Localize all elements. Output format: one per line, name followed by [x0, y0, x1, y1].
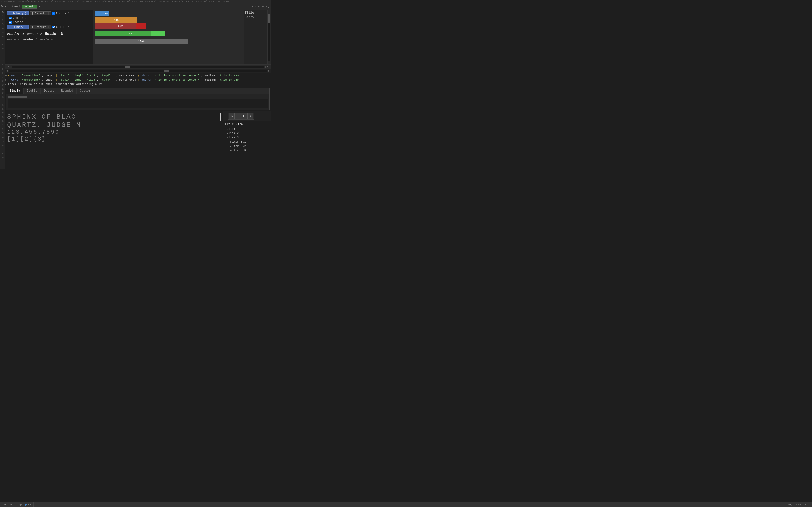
tab-section: Single Double Dotted Rounded Custom	[6, 88, 270, 110]
tree-item-3-1[interactable]: ▶ Item 3.1	[225, 140, 269, 144]
choice-1-label: Choice 1	[56, 12, 70, 15]
tree-item-1-label: Item 1	[228, 127, 238, 131]
primary-btn-4[interactable]: [ Primary ]	[7, 25, 29, 29]
code-arrow-1[interactable]: ▶	[5, 73, 7, 78]
tab-dotted[interactable]: Dotted	[41, 88, 58, 94]
tree-item-3-2-label: Item 3.2	[232, 145, 246, 148]
code-line-2: ▶ { word: 'something' , tags: [ 'tag1', …	[5, 78, 271, 82]
hscroll-track-1[interactable]	[12, 66, 264, 68]
header-4: Header 4	[7, 38, 20, 41]
story-label: Story	[261, 5, 269, 8]
tree-item-1[interactable]: ▶ Item 1	[225, 127, 269, 131]
bar-1-label: 15%	[103, 12, 108, 15]
choice-row-2: Choice 2	[7, 16, 91, 20]
chart-bar-5: 100%	[95, 39, 242, 44]
hscroll-thumb-2[interactable]	[164, 70, 169, 72]
header-1: Header 1	[7, 32, 24, 36]
bold-button[interactable]: B	[229, 113, 234, 119]
tree-item-3-3[interactable]: ▶ Item 3.3	[225, 148, 269, 153]
editor-toolbar: B I U S	[228, 113, 254, 120]
font-line-4: [1][2]{3}	[7, 136, 221, 143]
font-display: SPHINX OF BLAC QUARTZ, JUDGE M 123,456.7…	[5, 111, 223, 168]
code-line-1: ▶ { word: 'something' , tags: [ 'tag1', …	[5, 73, 271, 78]
hscroll-left-btn[interactable]: [◄]	[6, 65, 11, 68]
default-btn-4[interactable]: [ Default ]	[30, 25, 51, 29]
choice-row-1: [ Primary ] [ Default ] Choice 1	[7, 11, 91, 15]
choice-4-checkbox[interactable]: Choice 4	[52, 25, 70, 29]
tree-item-2-label: Item 2	[228, 132, 238, 135]
title-label: Title	[252, 5, 260, 8]
hscroll2-left-btn[interactable]: ◄	[6, 69, 8, 72]
hscroll-right-btn[interactable]: [►]	[265, 65, 270, 68]
chart-bar-1: 15%	[95, 11, 242, 17]
drag-handle-icon[interactable]: ⠿	[224, 115, 227, 117]
ruler: 0123456789·123456789"123456789·123456789…	[0, 0, 271, 3]
story-text: Story	[245, 15, 266, 19]
chart-bar-2: 46%	[95, 17, 242, 23]
tree-item-3-2[interactable]: ▶ Item 3.2	[225, 144, 269, 148]
scroll-track[interactable]	[268, 13, 270, 61]
tree-item-3-3-label: Item 3.3	[232, 149, 246, 152]
default-btn-1[interactable]: [ Default ]	[30, 11, 51, 15]
code-content-2: { word: 'something' , tags: [ 'tag1', 't…	[8, 78, 238, 82]
tree-arrow-3-3: ▶	[230, 149, 232, 152]
tree-item-3-label: Item 3	[228, 136, 238, 139]
bar-4-label: 75%	[127, 32, 132, 35]
bar-2-label: 46%	[114, 18, 119, 21]
hscroll-thumb-1[interactable]	[125, 66, 130, 68]
headers-row-1: Header 1 Header 2 Header 3	[7, 32, 91, 36]
chart-bar-3: 55%	[95, 23, 242, 29]
hscroll-2[interactable]: ◄ ►	[5, 69, 271, 73]
tree-arrow-3-2: ▶	[230, 145, 232, 148]
tab-double[interactable]: Double	[23, 88, 41, 94]
default-button[interactable]: default	[21, 4, 37, 8]
tab-inner-box	[8, 99, 268, 108]
tree-item-2[interactable]: ▶ Item 2	[225, 131, 269, 135]
bar-3-label: 55%	[118, 25, 123, 27]
hscroll-track-2[interactable]	[9, 70, 267, 72]
scroll-down-btn[interactable]: ▼	[268, 61, 270, 64]
tree-title: Title view	[225, 122, 269, 126]
title-text: Title	[245, 11, 266, 14]
tab-custom[interactable]: Custom	[77, 88, 94, 94]
content-area: [ Primary ] [ Default ] Choice 1 Choice …	[5, 10, 271, 169]
choice-1-checkbox[interactable]: Choice 1	[52, 12, 70, 15]
code-line-3: ▶ Lorem ipsum dolor sit amet, consectetu…	[5, 82, 271, 87]
scroll-thumb[interactable]	[268, 13, 270, 23]
choice-panel: [ Primary ] [ Default ] Choice 1 Choice …	[5, 10, 93, 64]
underline-button[interactable]: U	[241, 113, 247, 119]
choice-2-checkbox[interactable]: Choice 2	[9, 16, 26, 20]
demo-section: [ Primary ] [ Default ] Choice 1 Choice …	[5, 10, 271, 65]
tree-arrow-1: ▶	[226, 128, 228, 130]
chart-panel: 15% 46% 55%	[93, 10, 243, 64]
vertical-scrollbar[interactable]: ▲ ▼	[267, 10, 271, 64]
code-content-1: { word: 'something' , tags: [ 'tag1', 't…	[8, 73, 238, 78]
choice-3-checkbox[interactable]: Choice 3	[9, 21, 26, 24]
code-content-3: Lorem ipsum dolor sit amet, consectetur …	[8, 82, 104, 87]
right-panel: ⠿ B I U S Title view ▶ Item 1	[223, 111, 271, 168]
tree-arrow-3-1: ▶	[230, 140, 232, 144]
tree-arrow-3: ▽	[226, 136, 228, 139]
code-arrow-3[interactable]: ▶	[5, 82, 7, 87]
italic-button[interactable]: I	[235, 113, 241, 119]
headers-row-2: Header 4 Header 5 Header 6	[7, 38, 91, 41]
scroll-up-btn[interactable]: ▲	[268, 10, 270, 13]
dropdown-arrow[interactable]: ▽	[39, 5, 40, 8]
choice-row-3: Choice 3	[7, 21, 91, 24]
code-arrow-2[interactable]: ▶	[5, 78, 7, 82]
chart-bar-4: 75%	[95, 31, 242, 37]
font-line-1: SPHINX OF BLAC	[7, 113, 221, 121]
code-section: ▶ { word: 'something' , tags: [ 'tag1', …	[5, 73, 271, 87]
tree-item-3[interactable]: ▽ Item 3	[225, 135, 269, 140]
strikethrough-button[interactable]: S	[248, 113, 253, 119]
line-numbers: 0 1 2 3 4 5 6 7 8 9 1 2 3 4 5 6 7 8 9 1 …	[0, 10, 5, 169]
primary-btn-1[interactable]: [ Primary ]	[7, 11, 29, 15]
font-line-3: 123,456.7890	[7, 129, 221, 136]
hscroll-1[interactable]: [◄] [►]	[5, 65, 271, 69]
tab-single[interactable]: Single	[6, 88, 23, 94]
toolbar: Wrap lines? default ▽ Title Story	[0, 3, 271, 10]
choice-row-4: [ Primary ] [ Default ] Choice 4	[7, 25, 91, 29]
tab-rounded[interactable]: Rounded	[58, 88, 77, 94]
hscroll2-right-btn[interactable]: ►	[268, 69, 270, 72]
choice-3-label: Choice 3	[13, 21, 26, 24]
